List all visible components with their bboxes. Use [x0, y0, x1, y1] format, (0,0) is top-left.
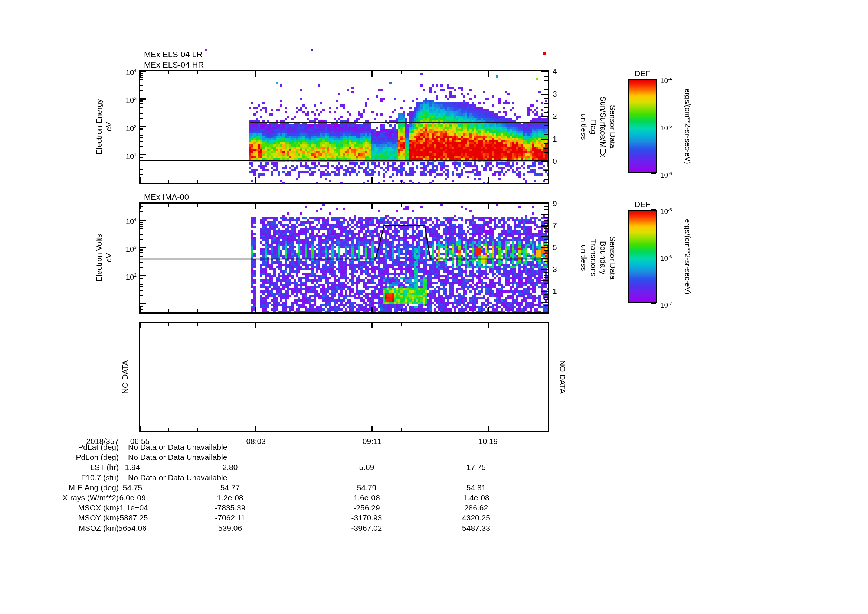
generated-labels-layer: 104103102101012341041031021357906:5508:0…: [0, 0, 868, 614]
els-flag-tick-label: 2: [553, 112, 557, 121]
table-cell-value: -7835.39: [215, 503, 246, 512]
time-tick-label: 09:11: [363, 437, 381, 446]
els-y-tick-label: 104: [104, 66, 136, 77]
ima-right-tick-label: 5: [553, 243, 557, 252]
time-tick-label: 08:03: [246, 437, 266, 446]
stray-data-dot: [543, 52, 546, 55]
stray-data-dot: [311, 49, 313, 51]
table-cell-value: 2.80: [223, 463, 238, 472]
table-cell-value: 539.06: [218, 524, 242, 533]
table-cell-value: 54.77: [220, 483, 240, 492]
colorbar-tick-label: 10-5: [660, 122, 672, 133]
time-tick-label: 10:19: [478, 437, 498, 446]
table-cell-value: 1.6e-08: [353, 493, 380, 502]
table-row-label: PdLat (deg): [15, 443, 119, 452]
table-row-span-value: No Data or Data Unavailable: [128, 473, 227, 482]
table-row-label: M-E Ang (deg): [15, 483, 119, 492]
stray-data-dot: [205, 49, 207, 51]
table-row-span-value: No Data or Data Unavailable: [128, 443, 227, 452]
table-cell-value: 286.62: [464, 503, 488, 512]
table-row-label: MSOZ (km): [15, 524, 119, 533]
table-cell-value: -256.29: [353, 503, 380, 512]
table-cell-value: -7062.11: [215, 513, 245, 522]
els-y-tick-label: 103: [104, 94, 136, 105]
els-y-tick-label: 102: [104, 122, 136, 133]
els-flag-tick-label: 3: [553, 90, 557, 98]
table-row-label: F10.7 (sfu): [15, 473, 119, 482]
table-cell-value: -5887.25: [117, 513, 148, 522]
colorbar-tick-label: 10-6: [660, 252, 672, 263]
els-flag-tick-label: 4: [553, 67, 557, 76]
colorbar-tick-label: 10-5: [660, 205, 672, 216]
table-row-label: LST (hr): [15, 463, 119, 472]
table-row-span-value: No Data or Data Unavailable: [128, 453, 227, 462]
ima-right-tick-label: 1: [553, 287, 557, 296]
table-cell-value: 5487.33: [462, 524, 490, 533]
table-row-label: MSOX (km): [15, 503, 119, 512]
ima-y-tick-label: 103: [104, 243, 136, 254]
table-cell-value: 6.0e-09: [119, 493, 146, 502]
ima-y-tick-label: 104: [104, 215, 136, 226]
table-cell-value: 5.69: [359, 463, 374, 472]
table-row-label: PdLon (deg): [15, 453, 119, 462]
ima-right-tick-label: 3: [553, 265, 557, 274]
table-cell-value: -3967.02: [352, 524, 382, 533]
ima-right-tick-label: 9: [553, 199, 557, 208]
els-flag-tick-label: 1: [553, 134, 557, 143]
table-cell-value: 54.79: [357, 483, 377, 492]
table-cell-value: 54.81: [467, 483, 486, 492]
colorbar-tick-label: 10-4: [660, 75, 672, 85]
table-cell-value: 54.75: [123, 483, 143, 492]
table-cell-value: 1.2e-08: [217, 493, 243, 502]
els-flag-tick-label: 0: [553, 157, 557, 166]
table-cell-value: 17.75: [467, 463, 486, 472]
els-y-tick-label: 101: [104, 150, 136, 161]
spectrogram-figure: MEx ELS-04 LR MEx ELS-04 HR MEx IMA-00 E…: [0, 0, 868, 614]
ima-y-tick-label: 102: [104, 271, 136, 281]
table-row-label: X-rays (W/m**2): [15, 493, 119, 502]
table-cell-value: 1.4e-08: [463, 493, 489, 502]
ima-right-tick-label: 7: [553, 221, 557, 230]
table-cell-value: 1.94: [125, 463, 140, 472]
table-cell-value: 4320.25: [462, 513, 490, 522]
table-cell-value: 5654.06: [118, 524, 147, 533]
colorbar-tick-label: 10-6: [660, 169, 672, 180]
table-row-label: MSOY (km): [15, 513, 119, 522]
table-cell-value: -3170.93: [352, 513, 382, 522]
colorbar-tick-label: 10-7: [660, 299, 672, 310]
table-cell-value: -1.1e+04: [117, 503, 148, 512]
